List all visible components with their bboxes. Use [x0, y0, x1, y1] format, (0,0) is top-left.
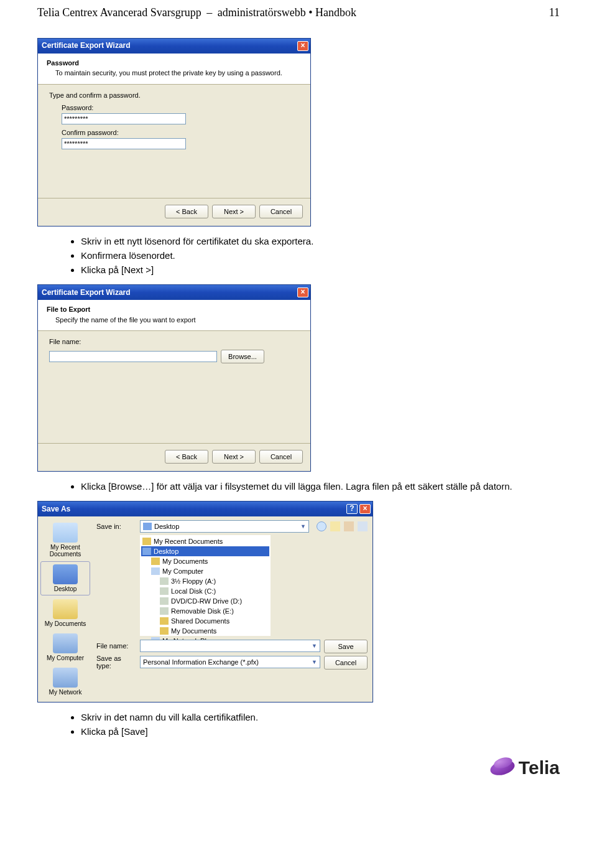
confirm-password-label: Confirm password: — [62, 128, 299, 137]
telia-wordmark: Telia — [519, 757, 560, 778]
place-recent[interactable]: My Recent Documents — [40, 520, 90, 560]
drive-icon — [160, 577, 169, 585]
header-doctype: Handbok — [315, 6, 356, 19]
computer-icon — [151, 567, 160, 575]
savetype-dropdown[interactable]: Personal Information Exchange (*.pfx) ▼ — [140, 656, 320, 668]
wizard1-title: Certificate Export Wizard — [42, 41, 131, 51]
savetype-label: Save as type: — [96, 655, 136, 670]
desktop-icon — [143, 523, 152, 530]
close-icon[interactable]: × — [297, 287, 308, 297]
cert-export-wizard-password: Certificate Export Wizard × Password To … — [37, 38, 311, 226]
help-icon[interactable]: ? — [346, 504, 358, 514]
folder-icon — [160, 617, 169, 625]
browse-button[interactable]: Browse... — [221, 350, 264, 363]
list-item[interactable]: Desktop — [141, 546, 269, 556]
desktop-icon — [53, 564, 78, 584]
place-desktop[interactable]: Desktop — [40, 561, 90, 595]
next-button[interactable]: Next > — [212, 205, 256, 218]
list-item[interactable]: DVD/CD-RW Drive (D:) — [141, 596, 269, 606]
doc-header: Telia Centrex Avancerad Svarsgrupp – adm… — [37, 6, 560, 19]
instructions-2: Klicka [Browse…] för att välja var i fil… — [56, 481, 560, 492]
next-button[interactable]: Next > — [212, 450, 256, 464]
header-section: administratörswebb — [218, 6, 306, 19]
list-item[interactable]: My Computer — [141, 566, 269, 576]
back-button[interactable]: < Back — [165, 205, 208, 218]
bullet: Skriv in det namn du vill kalla certifik… — [81, 712, 560, 722]
saveas-title: Save As — [42, 505, 70, 513]
back-button[interactable]: < Back — [165, 450, 208, 464]
bullet: Konfirmera lösenordet. — [81, 250, 560, 261]
wizard2-title: Certificate Export Wizard — [42, 288, 131, 298]
chevron-down-icon: ▼ — [312, 659, 317, 665]
list-item[interactable]: My Documents — [141, 626, 269, 636]
places-bar: My Recent Documents Desktop My Documents… — [38, 516, 93, 702]
save-as-dialog: Save As ? × My Recent Documents Desktop … — [37, 501, 373, 702]
bullet: Klicka på [Save] — [81, 726, 560, 737]
close-icon[interactable]: × — [297, 41, 308, 51]
instructions-1: Skriv in ett nytt lösenord för certifika… — [56, 236, 560, 275]
list-item[interactable]: My Documents — [141, 556, 269, 566]
header-product: Telia Centrex Avancerad Svarsgrupp — [37, 6, 201, 19]
bullet: Klicka på [Next >] — [81, 264, 560, 275]
file-name-label: File name: — [49, 337, 299, 346]
cancel-button[interactable]: Cancel — [259, 205, 303, 218]
bullet: Klicka [Browse…] för att välja var i fil… — [81, 481, 560, 492]
savein-dropdown[interactable]: Desktop ▼ — [140, 520, 309, 533]
place-mycomp[interactable]: My Computer — [40, 631, 90, 664]
mydocs-icon — [53, 599, 78, 619]
drive-icon — [160, 597, 169, 605]
wizard2-titlebar: Certificate Export Wizard × — [38, 285, 310, 300]
place-mydocs[interactable]: My Documents — [40, 597, 90, 630]
filename-label: File name: — [96, 642, 136, 650]
savein-label: Save in: — [96, 523, 136, 530]
wizard1-subheading: To maintain security, you must protect t… — [55, 68, 302, 77]
wizard1-group-label: Type and confirm a password. — [49, 91, 299, 100]
file-list[interactable]: My Recent Documents Desktop My Documents… — [140, 535, 271, 636]
cancel-button[interactable]: Cancel — [324, 656, 368, 670]
page-number: 11 — [549, 6, 560, 19]
filename-input[interactable]: ▼ — [140, 640, 320, 652]
new-folder-icon[interactable] — [344, 521, 354, 531]
list-item[interactable]: Shared Documents — [141, 616, 269, 626]
back-icon[interactable] — [317, 521, 326, 531]
file-name-input[interactable] — [49, 351, 217, 362]
chevron-down-icon: ▼ — [312, 643, 317, 649]
telia-swirl-icon — [490, 755, 515, 780]
wizard1-heading: Password — [47, 58, 302, 67]
save-button[interactable]: Save — [324, 640, 368, 653]
password-label: Password: — [62, 103, 299, 112]
up-folder-icon[interactable] — [330, 521, 340, 531]
instructions-3: Skriv in det namn du vill kalla certifik… — [56, 712, 560, 737]
cert-export-wizard-file: Certificate Export Wizard × File to Expo… — [37, 284, 311, 472]
list-item[interactable]: 3½ Floppy (A:) — [141, 576, 269, 586]
chevron-down-icon: ▼ — [300, 523, 306, 530]
bullet: Skriv in ett nytt lösenord för certifika… — [81, 236, 560, 246]
folder-icon — [142, 538, 151, 545]
list-item[interactable]: My Recent Documents — [141, 536, 269, 546]
desktop-icon — [142, 548, 151, 555]
saveas-titlebar: Save As ? × — [38, 502, 373, 516]
list-item[interactable]: Local Disk (C:) — [141, 586, 269, 596]
close-icon[interactable]: × — [359, 504, 371, 514]
list-item[interactable]: Removable Disk (E:) — [141, 606, 269, 616]
mycomp-icon — [53, 633, 78, 653]
wizard1-titlebar: Certificate Export Wizard × — [38, 39, 310, 54]
folder-icon — [160, 627, 169, 635]
folder-icon — [151, 558, 160, 565]
drive-icon — [160, 607, 169, 615]
password-input[interactable] — [62, 113, 186, 124]
drive-icon — [160, 587, 169, 595]
recent-icon — [53, 523, 78, 543]
confirm-password-input[interactable] — [62, 138, 186, 149]
place-mynet[interactable]: My Network — [40, 665, 90, 698]
footer-logo: Telia — [37, 755, 560, 780]
wizard2-subheading: Specify the name of the file you want to… — [55, 315, 302, 324]
views-icon[interactable] — [358, 521, 368, 531]
cancel-button[interactable]: Cancel — [259, 450, 303, 464]
wizard2-heading: File to Export — [47, 305, 302, 314]
mynet-icon — [53, 668, 78, 688]
